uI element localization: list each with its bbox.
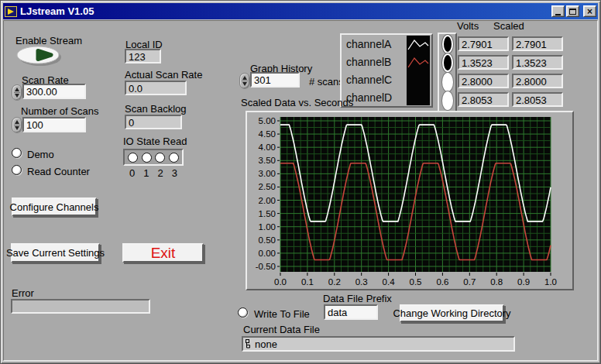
legend-row-channelC[interactable]: channelC bbox=[346, 70, 392, 88]
volts-header: Volts bbox=[457, 20, 479, 32]
data-file-prefix-input[interactable] bbox=[324, 304, 378, 320]
app-icon bbox=[5, 6, 17, 17]
svg-text:0.6: 0.6 bbox=[436, 277, 448, 287]
io-led-3 bbox=[169, 153, 179, 163]
error-field bbox=[11, 299, 150, 314]
svg-text:4.50: 4.50 bbox=[259, 129, 276, 139]
graph-history-units-label: # scans bbox=[309, 76, 344, 88]
change-working-directory-button[interactable]: Change Working Directory bbox=[400, 304, 504, 322]
svg-text:2.00: 2.00 bbox=[259, 196, 276, 205]
actual-scan-rate-label: Actual Scan Rate bbox=[125, 69, 202, 81]
maximize-icon bbox=[569, 9, 576, 15]
number-of-scans-spinner[interactable] bbox=[12, 117, 22, 133]
minimize-icon bbox=[555, 14, 561, 15]
exit-button[interactable]: Exit bbox=[122, 243, 204, 263]
channelA-scaled-field: 2.7901 bbox=[512, 36, 563, 51]
close-icon: × bbox=[587, 7, 592, 16]
svg-text:1.0: 1.0 bbox=[544, 277, 557, 287]
svg-text:4.00: 4.00 bbox=[259, 143, 276, 152]
minimize-button[interactable] bbox=[551, 5, 565, 17]
scan-backlog-field: 0 bbox=[125, 115, 182, 129]
io-led-2 bbox=[155, 153, 165, 163]
channelD-volts-field: 2.8053 bbox=[458, 92, 509, 107]
current-data-file-value: none bbox=[255, 338, 277, 350]
window-title: LJstream V1.05 bbox=[20, 5, 548, 17]
channelC-enable-toggle[interactable] bbox=[442, 73, 453, 91]
legend-row-channelA[interactable]: channelA bbox=[346, 35, 391, 53]
legend-line-samples bbox=[407, 36, 430, 105]
svg-text:0.7: 0.7 bbox=[463, 277, 476, 287]
graph-history-input[interactable] bbox=[250, 72, 300, 88]
io-bit-2-label: 2 bbox=[158, 167, 163, 179]
number-of-scans-input[interactable] bbox=[22, 117, 86, 132]
svg-text:0.4: 0.4 bbox=[383, 277, 396, 287]
demo-radio[interactable] bbox=[12, 148, 22, 158]
decrement-icon bbox=[15, 126, 19, 130]
write-to-file-label: Write To File bbox=[254, 308, 310, 320]
channelC-scaled-field: 2.8000 bbox=[512, 74, 563, 88]
svg-text:0.3: 0.3 bbox=[355, 277, 368, 287]
increment-icon bbox=[15, 120, 19, 124]
legend-row-channelB[interactable]: channelB bbox=[346, 53, 391, 70]
waveform-graph: 0.00.10.20.30.40.50.60.70.80.91.05.004.5… bbox=[246, 111, 574, 290]
channel-name: channelA bbox=[346, 38, 391, 50]
io-bit-labels: 0 1 2 3 bbox=[123, 167, 184, 179]
decrement-icon bbox=[242, 82, 247, 86]
app-window: LJstream V1.05 × Enable Stream Scan Rate… bbox=[0, 0, 601, 364]
scan-rate-input[interactable] bbox=[22, 84, 86, 99]
graph-history-spinner[interactable] bbox=[239, 73, 250, 89]
number-of-scans-label: Number of Scans bbox=[21, 105, 98, 117]
io-bit-3-label: 3 bbox=[172, 167, 177, 179]
io-state-read-label: IO State Read bbox=[123, 136, 187, 147]
actual-scan-rate-field: 0.0 bbox=[125, 81, 187, 95]
io-led-0 bbox=[128, 153, 138, 163]
enable-stream-toggle[interactable] bbox=[16, 45, 63, 67]
svg-text:0.5: 0.5 bbox=[410, 277, 422, 287]
svg-text:1.00: 1.00 bbox=[259, 222, 276, 232]
io-bit-0-label: 0 bbox=[129, 167, 135, 179]
data-file-prefix-label: Data File Prefix bbox=[323, 293, 392, 304]
save-settings-button[interactable]: Save Current Settings bbox=[11, 243, 100, 263]
read-counter-radio[interactable] bbox=[12, 165, 22, 175]
channelA-enable-toggle[interactable] bbox=[442, 35, 453, 53]
io-state-led-panel bbox=[123, 149, 184, 166]
path-icon bbox=[246, 339, 252, 349]
local-id-field: 123 bbox=[125, 49, 161, 64]
channelD-scaled-field: 2.8053 bbox=[512, 92, 563, 107]
read-counter-label: Read Counter bbox=[27, 166, 90, 177]
channelB-volts-field: 1.3523 bbox=[458, 55, 509, 70]
maximize-button[interactable] bbox=[566, 5, 579, 17]
demo-label: Demo bbox=[27, 149, 54, 160]
channel-name: channelB bbox=[346, 56, 391, 68]
channelD-enable-toggle[interactable] bbox=[442, 91, 453, 110]
channel-name: channelC bbox=[346, 74, 392, 86]
close-button[interactable]: × bbox=[583, 5, 596, 17]
io-led-1 bbox=[142, 153, 152, 163]
scan-rate-spinner[interactable] bbox=[12, 84, 22, 101]
channelC-volts-field: 2.8000 bbox=[458, 74, 509, 88]
svg-text:0.50: 0.50 bbox=[259, 235, 276, 245]
channelB-scaled-field: 1.3523 bbox=[512, 55, 563, 70]
svg-text:5.00: 5.00 bbox=[259, 116, 276, 125]
svg-text:-0.50: -0.50 bbox=[256, 262, 276, 271]
increment-icon bbox=[242, 76, 247, 80]
configure-channels-button[interactable]: Configure Channels bbox=[12, 197, 97, 216]
channelB-enable-toggle[interactable] bbox=[442, 53, 453, 72]
graph-plot-area: 0.00.10.20.30.40.50.60.70.80.91.05.004.5… bbox=[247, 112, 572, 289]
svg-text:0.9: 0.9 bbox=[517, 277, 530, 287]
graph-title: Scaled Data vs. Seconds bbox=[241, 97, 353, 108]
title-bar: LJstream V1.05 × bbox=[3, 3, 598, 19]
svg-text:0.00: 0.00 bbox=[259, 249, 276, 258]
svg-text:0.0: 0.0 bbox=[274, 277, 287, 287]
svg-text:0.1: 0.1 bbox=[301, 277, 314, 287]
channel-legend: channelA channelB channelC channelD bbox=[340, 33, 433, 108]
write-to-file-radio[interactable] bbox=[238, 307, 248, 318]
increment-icon bbox=[15, 88, 19, 91]
io-bit-1-label: 1 bbox=[143, 167, 149, 179]
scan-backlog-label: Scan Backlog bbox=[125, 103, 187, 115]
decrement-icon bbox=[15, 94, 19, 98]
svg-text:0.8: 0.8 bbox=[490, 277, 503, 287]
error-label: Error bbox=[12, 287, 34, 299]
svg-text:2.50: 2.50 bbox=[259, 182, 276, 191]
current-data-file-label: Current Data File bbox=[243, 324, 320, 335]
